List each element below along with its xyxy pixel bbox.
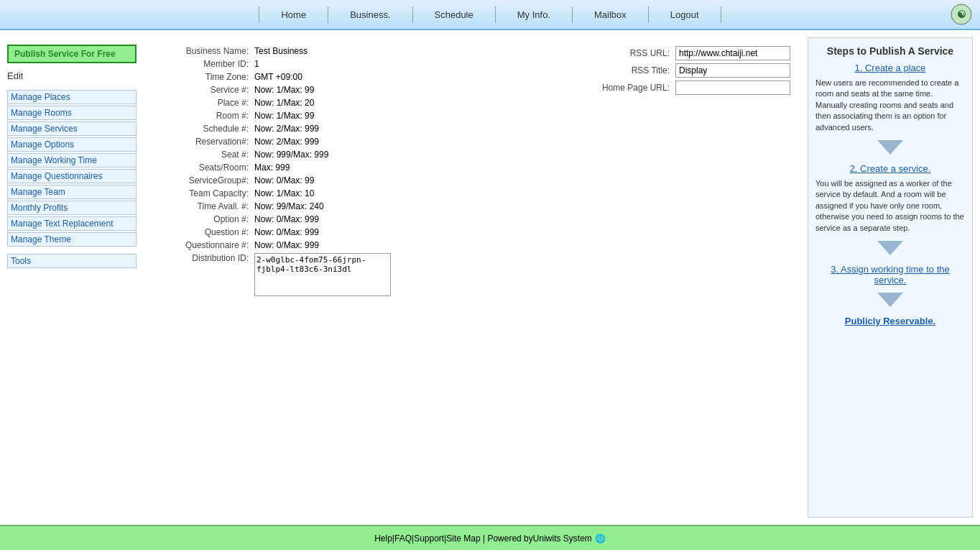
rss-table: RSS URL: RSS Title: Home Page URL: [599,45,793,96]
top-navigation: Home Business. Schedule My Info. Mailbox… [0,0,980,30]
top-content-area: RSS URL: RSS Title: Home Page URL: [151,45,793,298]
home-page-url-input[interactable] [675,81,790,95]
nav-schedule[interactable]: Schedule [413,6,496,23]
svg-text:☯: ☯ [957,9,966,20]
top-logo: ☯ [950,3,973,26]
business-info-table: Business Name: Test Business Member ID: … [151,45,532,298]
nav-logout[interactable]: Logout [649,6,721,23]
field-label-question-num: Question #: [151,226,251,239]
field-label-distribution-id: Distribution ID: [151,252,251,298]
field-label-team-capacity: Team Capacity: [151,187,251,200]
field-label-questionnaire-num: Questionnaire #: [151,239,251,252]
nav-home[interactable]: Home [259,6,328,23]
field-label-time-zone: Time Zone: [151,70,251,83]
nav-business[interactable]: Business. [328,6,412,23]
field-value-service-num: Now: 1/Max: 99 [251,83,532,96]
step3-link[interactable]: 3. Assign working time to the service. [815,264,965,285]
sidebar-item-manage-working-time[interactable]: Manage Working Time [7,153,137,168]
sidebar-item-manage-questionnaires[interactable]: Manage Questionnaires [7,169,137,183]
field-value-team-capacity: Now: 1/Max: 10 [251,187,532,200]
field-value-servicegroup-num: Now: 0/Max: 99 [251,174,532,187]
field-label-time-avail-num: Time Avail. #: [151,200,251,213]
field-label-service-num: Service #: [151,83,251,96]
rss-url-input[interactable] [675,46,790,60]
field-value-question-num: Now: 0/Max: 999 [251,226,532,239]
field-value-time-avail-num: Now: 99/Max: 240 [251,200,532,213]
field-value-reservation-num: Now: 2/Max: 999 [251,135,532,148]
sidebar-item-manage-text-replacement[interactable]: Manage Text Replacement [7,216,137,231]
home-page-url-label: Home Page URL: [599,79,672,96]
field-label-schedule-num: Schedule #: [151,122,251,135]
field-label-servicegroup-num: ServiceGroup#: [151,174,251,187]
sidebar-item-monthly-profits[interactable]: Monthly Profits [7,201,137,215]
svg-marker-4 [877,293,903,307]
rss-title-input[interactable] [675,63,790,78]
field-value-distribution-id: 2-w0glbc-4fom75-66jrpn-fjblp4-lt83c6-3ni… [251,252,532,298]
field-value-schedule-num: Now: 2/Max: 999 [251,122,532,135]
field-value-place-num: Now: 1/Max: 20 [251,96,532,109]
field-value-option-num: Now: 0/Max: 999 [251,213,532,226]
field-value-member-id: 1 [251,58,532,70]
sidebar-item-manage-options[interactable]: Manage Options [7,137,137,152]
field-value-business-name: Test Business [251,45,532,58]
field-label-place-num: Place #: [151,96,251,109]
arrow-down-3 [815,290,965,311]
sidebar-item-manage-rooms[interactable]: Manage Rooms [7,106,137,120]
steps-panel: Steps to Publish A Service 1. Create a p… [808,37,973,518]
field-value-seat-num: Now: 999/Max: 999 [251,148,532,161]
nav-myinfo[interactable]: My Info. [496,6,573,23]
business-info-area: RSS URL: RSS Title: Home Page URL: [151,45,793,298]
step2-text: You will be assigned as a worker of the … [815,178,965,234]
field-value-seats-room: Max: 999 [251,161,532,174]
field-label-reservation-num: Reservation#: [151,135,251,148]
center-content: RSS URL: RSS Title: Home Page URL: [144,37,800,518]
sidebar-item-tools[interactable]: Tools [7,254,137,268]
publish-service-button[interactable]: Publish Service For Free [7,45,137,63]
step2-link[interactable]: 2. Create a service. [815,163,965,174]
sidebar-item-manage-theme[interactable]: Manage Theme [7,232,137,247]
svg-marker-3 [877,241,903,255]
arrow-down-1 [815,137,965,159]
field-label-business-name: Business Name: [151,45,251,58]
step1-link[interactable]: 1. Create a place [815,63,965,73]
sidebar: Publish Service For Free Edit Manage Pla… [7,37,137,518]
nav-mailbox[interactable]: Mailbox [573,6,649,23]
field-label-member-id: Member ID: [151,58,251,70]
rss-section: RSS URL: RSS Title: Home Page URL: [599,45,793,96]
field-value-questionnaire-num: Now: 0/Max: 999 [251,239,532,252]
sidebar-item-manage-team[interactable]: Manage Team [7,185,137,199]
field-label-room-num: Room #: [151,109,251,122]
field-value-room-num: Now: 1/Max: 99 [251,109,532,122]
rss-url-label: RSS URL: [599,45,672,62]
rss-title-label: RSS Title: [599,62,672,79]
steps-title: Steps to Publish A Service [815,45,965,57]
field-label-seats-room: Seats/Room: [151,161,251,174]
field-label-seat-num: Seat #: [151,148,251,161]
field-value-time-zone: GMT +09:00 [251,70,532,83]
field-label-option-num: Option #: [151,213,251,226]
arrow-down-2 [815,238,965,260]
svg-marker-2 [877,140,903,155]
nav-links: Home Business. Schedule My Info. Mailbox… [7,6,973,23]
sidebar-item-manage-services[interactable]: Manage Services [7,122,137,136]
publicly-reservable-label[interactable]: Publicly Reservable. [815,316,965,326]
distribution-id-container: 2-w0glbc-4fom75-66jrpn-fjblp4-lt83c6-3ni… [254,253,529,296]
main-content: Publish Service For Free Edit Manage Pla… [0,30,980,525]
sidebar-item-manage-places[interactable]: Manage Places [7,90,137,104]
step1-text: New users are recommended to create a ro… [815,78,965,133]
distribution-id-textarea[interactable]: 2-w0glbc-4fom75-66jrpn-fjblp4-lt83c6-3ni… [254,253,391,296]
edit-link[interactable]: Edit [7,70,137,81]
